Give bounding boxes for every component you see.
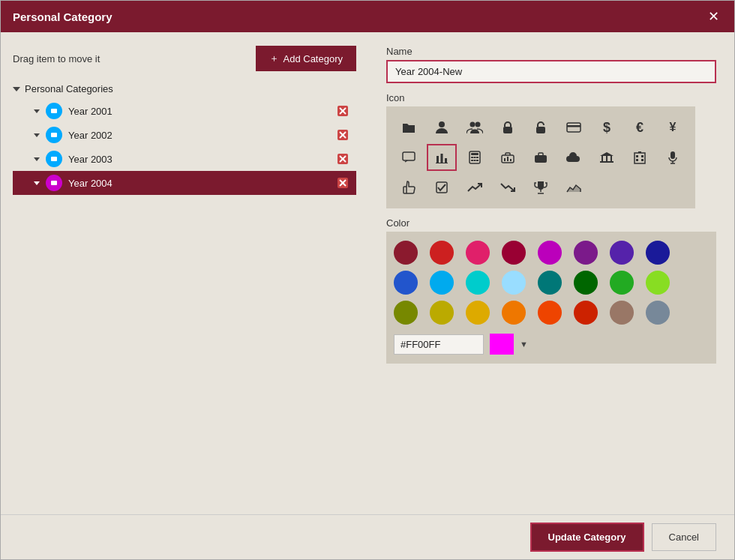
left-panel: Drag item to move it ＋ Add Category Pers… — [1, 32, 368, 514]
svg-rect-21 — [567, 123, 580, 132]
svg-rect-4 — [51, 133, 57, 137]
color-swatch[interactable] — [490, 334, 514, 355]
icon-person[interactable] — [427, 114, 457, 141]
item-label-2001: Year 2001 — [68, 106, 329, 117]
drag-hint: Drag item to move it — [13, 53, 100, 64]
color-dot[interactable] — [502, 271, 526, 295]
icon-group[interactable] — [460, 114, 490, 141]
color-dot[interactable] — [466, 271, 490, 295]
delete-button-2001[interactable] — [335, 103, 350, 118]
color-dot[interactable] — [502, 301, 526, 325]
personal-category-dialog: Personal Category ✕ Drag item to move it… — [0, 0, 735, 560]
close-button[interactable]: ✕ — [705, 8, 722, 25]
svg-rect-33 — [471, 160, 473, 161]
icon-card[interactable] — [559, 114, 589, 141]
icon-lock-open[interactable] — [526, 114, 556, 141]
svg-rect-44 — [610, 156, 612, 161]
icon-bar-chart[interactable] — [427, 144, 457, 171]
add-category-button[interactable]: ＋ Add Category — [256, 46, 357, 71]
color-dot[interactable] — [610, 271, 634, 295]
color-dot[interactable] — [538, 241, 562, 265]
icon-microphone[interactable] — [658, 144, 688, 171]
icon-chart-area[interactable] — [559, 174, 589, 201]
svg-rect-26 — [445, 158, 447, 163]
color-dot[interactable] — [646, 301, 670, 325]
tree-item-year2003[interactable]: Year 2003 — [13, 147, 356, 171]
icon-briefcase-chart[interactable] — [493, 144, 523, 171]
icon-trending-up[interactable] — [460, 174, 490, 201]
svg-rect-40 — [535, 155, 547, 163]
cancel-button[interactable]: Cancel — [652, 523, 716, 551]
color-input-row: ▼ — [394, 334, 709, 355]
icon-grid: $ € ¥ — [394, 114, 688, 201]
color-dot[interactable] — [394, 301, 418, 325]
color-dot[interactable] — [574, 241, 598, 265]
color-dot[interactable] — [430, 301, 454, 325]
svg-rect-22 — [567, 125, 580, 127]
delete-button-2002[interactable] — [335, 127, 350, 142]
svg-marker-41 — [600, 152, 614, 156]
svg-rect-51 — [638, 151, 641, 153]
icon-label: Icon — [386, 92, 716, 103]
icon-building[interactable] — [625, 144, 655, 171]
icon-folder[interactable] — [394, 114, 424, 141]
icon-briefcase[interactable] — [526, 144, 556, 171]
svg-rect-29 — [471, 153, 478, 155]
color-dot[interactable] — [430, 241, 454, 265]
color-dot[interactable] — [502, 241, 526, 265]
icon-trending-down[interactable] — [493, 174, 523, 201]
svg-rect-35 — [476, 160, 478, 161]
tree-group-label: Personal Categories — [13, 83, 356, 94]
delete-button-2004[interactable] — [335, 175, 350, 190]
color-dot[interactable] — [646, 241, 670, 265]
icon-comment[interactable] — [394, 144, 424, 171]
color-hex-input[interactable] — [394, 334, 484, 355]
name-input[interactable] — [386, 60, 716, 83]
color-dot[interactable] — [538, 301, 562, 325]
icon-lock-closed[interactable] — [493, 114, 523, 141]
color-dot[interactable] — [394, 271, 418, 295]
svg-rect-19 — [503, 127, 512, 133]
svg-rect-20 — [536, 127, 545, 133]
tree-item-year2002[interactable]: Year 2002 — [13, 123, 356, 147]
dialog-body: Drag item to move it ＋ Add Category Pers… — [1, 32, 734, 514]
icon-grid-container: $ € ¥ — [386, 106, 695, 208]
color-dot[interactable] — [466, 241, 490, 265]
svg-rect-30 — [471, 157, 473, 158]
color-dot[interactable] — [394, 241, 418, 265]
color-dot[interactable] — [610, 241, 634, 265]
svg-rect-32 — [476, 157, 478, 158]
item-icon-2001 — [46, 103, 62, 119]
tree-item-year2004[interactable]: Year 2004 — [13, 171, 356, 195]
icon-cloud[interactable] — [559, 144, 589, 171]
svg-rect-49 — [636, 159, 638, 161]
svg-rect-45 — [600, 161, 614, 163]
color-dot[interactable] — [538, 271, 562, 295]
icon-calculator[interactable] — [460, 144, 490, 171]
icon-thumbs-up[interactable] — [394, 174, 424, 201]
color-dot[interactable] — [646, 271, 670, 295]
svg-rect-37 — [504, 158, 506, 161]
color-dot[interactable] — [430, 271, 454, 295]
color-dot[interactable] — [574, 301, 598, 325]
update-category-button[interactable]: Update Category — [530, 523, 644, 552]
tree-item-year2001[interactable]: Year 2001 — [13, 99, 356, 123]
icon-checkbox[interactable] — [427, 174, 457, 201]
svg-point-17 — [470, 122, 476, 127]
icon-euro[interactable]: € — [625, 114, 655, 141]
svg-rect-48 — [641, 155, 644, 157]
color-dot[interactable] — [610, 301, 634, 325]
color-dropdown-arrow[interactable]: ▼ — [520, 340, 528, 349]
color-dot[interactable] — [574, 271, 598, 295]
item-chevron-2002 — [34, 133, 40, 137]
icon-bank[interactable] — [592, 144, 622, 171]
delete-button-2003[interactable] — [335, 151, 350, 166]
icon-dollar[interactable]: $ — [592, 114, 622, 141]
icon-yen[interactable]: ¥ — [658, 114, 688, 141]
icon-field-group: Icon — [386, 92, 716, 208]
icon-trophy[interactable] — [526, 174, 556, 201]
color-dot[interactable] — [466, 301, 490, 325]
dialog-footer: Update Category Cancel — [1, 514, 734, 559]
svg-rect-47 — [636, 155, 638, 157]
svg-rect-52 — [670, 151, 675, 159]
